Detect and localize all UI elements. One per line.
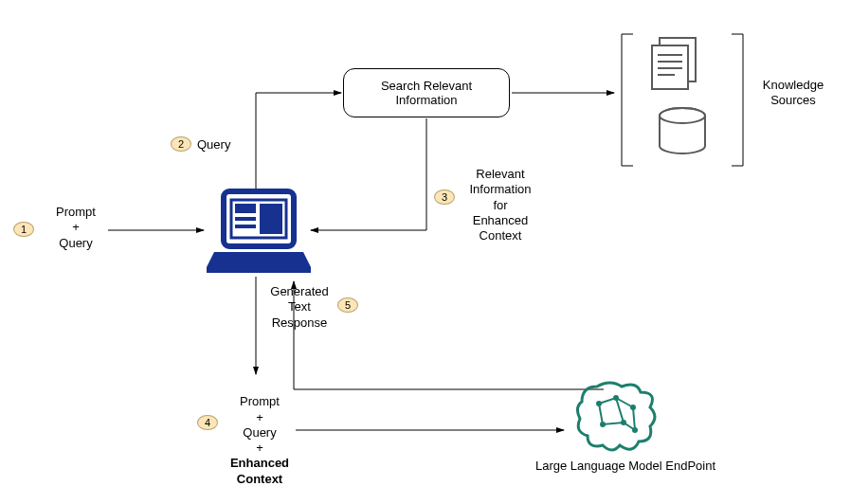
knowledge-sources-label: Knowledge Sources [751, 78, 836, 109]
step-2-num: 2 [178, 138, 184, 150]
step-5-label: Generated Text Response [262, 284, 337, 331]
step-1-label: Prompt + Query [47, 205, 104, 251]
step-4-label-bold: Enhanced Context [230, 456, 289, 485]
laptop-icon [207, 186, 311, 279]
step-5-num: 5 [345, 299, 351, 311]
step-4-label-plain: Prompt + Query + [240, 394, 280, 455]
step-3-badge: 3 [434, 189, 455, 205]
step-2-label: Query [197, 137, 244, 153]
svg-rect-7 [260, 204, 282, 234]
svg-rect-10 [207, 267, 311, 273]
search-node-line1: Search Relevant [381, 79, 472, 93]
step-3-num: 3 [442, 191, 447, 203]
search-node: Search Relevant Information [343, 68, 510, 117]
svg-rect-9 [235, 225, 256, 228]
llm-label: Large Language Model EndPoint [521, 459, 730, 474]
step-4-badge: 4 [197, 415, 218, 430]
step-3-label: Relevant Information for Enhanced Contex… [462, 167, 538, 243]
svg-rect-8 [235, 217, 256, 221]
step-5-badge: 5 [337, 297, 358, 313]
step-2-badge: 2 [171, 136, 191, 152]
step-1-badge: 1 [13, 222, 34, 237]
brain-circuit-icon [574, 379, 660, 458]
search-node-line2: Information [381, 93, 472, 107]
step-4-label: Prompt + Query + Enhanced Context [224, 379, 296, 487]
documents-icon [648, 36, 707, 96]
step-4-num: 4 [205, 417, 210, 428]
database-icon [656, 106, 709, 160]
step-1-num: 1 [21, 224, 27, 235]
svg-rect-6 [235, 204, 256, 213]
